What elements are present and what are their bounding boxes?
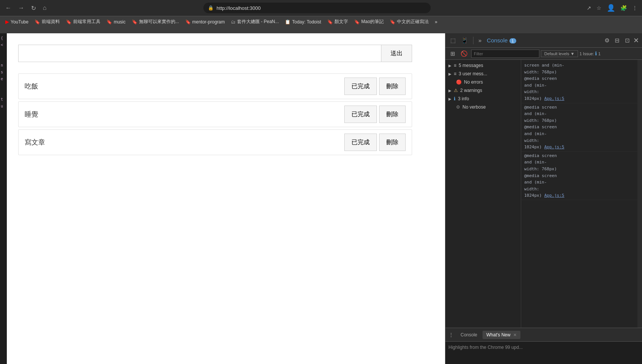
delete-button-3[interactable]: 刪除 — [379, 134, 406, 151]
dock-right-button[interactable]: ⊡ — [623, 36, 632, 45]
bookmark-icon-4: 🔖 — [132, 19, 137, 25]
more-tabs-icon[interactable]: ⋮ — [448, 332, 454, 338]
arrow-icon: ▶ — [448, 97, 451, 101]
no-verbose-label: No verbose — [462, 104, 486, 110]
browser-top-bar: ← → ↻ ⌂ 🔒 http://localhost:3000 ↗ ☆ 👤 🧩 … — [0, 0, 642, 16]
console-bottom-tab[interactable]: Console — [457, 331, 481, 339]
console-badge: 1 — [509, 38, 516, 44]
bookmark-2[interactable]: 🔖 前端常用工具 — [64, 18, 103, 26]
todo-input[interactable] — [18, 45, 381, 62]
youtube-icon: ▶ — [5, 19, 9, 25]
address-bar[interactable]: 🔒 http://localhost:3000 — [203, 3, 431, 13]
delete-button-2[interactable]: 刪除 — [379, 106, 406, 123]
default-levels-button[interactable]: Default levels ▼ — [541, 50, 578, 57]
bookmark-icon-6: 🗂 — [231, 19, 236, 25]
delete-button-1[interactable]: 刪除 — [379, 78, 406, 95]
user-messages-icon: ≡ — [454, 71, 456, 76]
todo-actions: 已完成 刪除 — [344, 134, 406, 151]
whats-new-tab[interactable]: What's New ✕ — [483, 331, 520, 339]
todo-item: 寫文章 已完成 刪除 — [18, 129, 412, 155]
undock-button[interactable]: ⊟ — [613, 36, 622, 45]
tree-info[interactable]: ▶ ℹ 3 info — [445, 95, 521, 103]
vertical-scrollbar[interactable] — [637, 60, 642, 328]
devtools-close-button[interactable]: ✕ — [633, 36, 639, 45]
bookmark-icon-9: 🔖 — [354, 19, 360, 25]
console-tree: ▶ ≡ 5 messages ▶ ≡ 3 user mess... 🔴 No e… — [445, 60, 521, 328]
error-icon: 🔴 — [456, 79, 462, 85]
warning-icon: ⚠ — [454, 88, 458, 93]
app-js-link-2[interactable]: App.js:5 — [544, 145, 564, 149]
tree-warnings[interactable]: ▶ ⚠ 2 warnings — [445, 86, 521, 95]
bookmark-9[interactable]: 🔖 Mao的筆記 — [352, 18, 386, 26]
sidebar-toggle-button[interactable]: ⊞ — [448, 49, 457, 58]
bookmark-icon-1: 🔖 — [34, 19, 40, 25]
browser-actions: ↗ ☆ 👤 🧩 ⋮ — [585, 3, 639, 13]
share-icon[interactable]: ↗ — [585, 4, 593, 12]
bookmark-5[interactable]: 🔖 mentor-program — [183, 19, 227, 25]
console-line: @media screen and (min- width: 768px) @m… — [521, 152, 637, 200]
bookmark-1[interactable]: 🔖 前端資料 — [32, 18, 62, 26]
arrow-icon: ▶ — [448, 64, 451, 68]
bookmark-icon-7: 📋 — [285, 19, 291, 25]
input-row: 送出 — [18, 45, 412, 62]
tree-no-verbose[interactable]: ⚙ No verbose — [445, 103, 521, 111]
web-content: 送出 吃飯 已完成 刪除 睡覺 已完成 刪除 寫文章 已完 — [7, 33, 445, 364]
bookmark-icon-8: 🔖 — [327, 19, 333, 25]
bookmark-8[interactable]: 🔖 顏文字 — [325, 18, 350, 26]
code-sidebar: {<nsetu — [0, 33, 7, 364]
bookmark-icon-3: 🔖 — [106, 19, 112, 25]
tree-no-errors[interactable]: 🔴 No errors — [445, 78, 521, 86]
menu-icon[interactable]: ⋮ — [631, 4, 639, 12]
bookmarks-bar: ▶ YouTube 🔖 前端資料 🔖 前端常用工具 🔖 music 🔖 無聊可以… — [0, 16, 642, 27]
bookmark-6[interactable]: 🗂 套件大總匯 - PeaN... — [229, 18, 281, 26]
arrow-icon: ▶ — [448, 72, 451, 76]
console-body: ▶ ≡ 5 messages ▶ ≡ 3 user mess... 🔴 No e… — [445, 60, 642, 328]
submit-button[interactable]: 送出 — [381, 45, 412, 62]
complete-button-1[interactable]: 已完成 — [344, 78, 377, 95]
clear-console-button[interactable]: 🚫 — [459, 49, 470, 58]
complete-button-3[interactable]: 已完成 — [344, 134, 377, 151]
star-icon[interactable]: ☆ — [595, 4, 603, 12]
inspect-element-button[interactable]: ⬚ — [448, 36, 458, 45]
bookmark-youtube[interactable]: ▶ YouTube — [3, 18, 31, 25]
extensions-icon[interactable]: 🧩 — [619, 4, 628, 12]
url-display: http://localhost:3000 — [217, 5, 426, 11]
device-mode-button[interactable]: 📱 — [459, 36, 470, 45]
issue-badge: 1 Issue: ℹ 1 — [580, 51, 601, 56]
bookmark-7[interactable]: 📋 Today: Todoist — [283, 19, 323, 25]
app-container: 送出 吃飯 已完成 刪除 睡覺 已完成 刪除 寫文章 已完 — [7, 33, 423, 169]
bottom-content-text: Highlights from the Chrome 99 upd... — [448, 345, 523, 350]
todo-text: 吃飯 — [25, 82, 344, 91]
filter-input[interactable] — [471, 50, 539, 58]
settings-button[interactable]: ⚙ — [603, 36, 611, 45]
user-messages-label: 3 user mess... — [459, 71, 487, 76]
devtools-toolbar: ⬚ 📱 » Console 1 ⚙ ⊟ ⊡ ✕ — [445, 33, 642, 48]
complete-button-2[interactable]: 已完成 — [344, 106, 377, 123]
bookmark-10[interactable]: 🔖 中文的正確寫法 — [387, 18, 431, 26]
no-errors-label: No errors — [464, 79, 483, 85]
bookmark-3[interactable]: 🔖 music — [104, 19, 128, 25]
info-icon: ℹ — [454, 96, 456, 101]
tree-user-messages[interactable]: ▶ ≡ 3 user mess... — [445, 70, 521, 78]
devtools-secondary-toolbar: ⊞ 🚫 Default levels ▼ 1 Issue: ℹ 1 — [445, 48, 642, 60]
bookmark-4[interactable]: 🔖 無聊可以來實作的... — [130, 18, 181, 26]
forward-button[interactable]: → — [16, 3, 27, 13]
arrow-icon: ▶ — [448, 89, 451, 93]
back-button[interactable]: ← — [3, 3, 14, 13]
reload-button[interactable]: ↻ — [29, 3, 38, 13]
app-js-link-3[interactable]: App.js:5 — [544, 193, 564, 198]
bookmark-more[interactable]: » — [433, 19, 440, 25]
console-line: screen and (min- width: 768px) @media sc… — [521, 61, 637, 103]
tree-messages[interactable]: ▶ ≡ 5 messages — [445, 61, 521, 70]
close-tab-icon[interactable]: ✕ — [513, 333, 517, 337]
todo-text: 寫文章 — [25, 138, 344, 147]
home-button[interactable]: ⌂ — [41, 3, 49, 13]
todo-text: 睡覺 — [25, 110, 344, 119]
verbose-icon: ⚙ — [456, 104, 460, 110]
bookmark-icon-5: 🔖 — [185, 19, 191, 25]
profile-icon[interactable]: 👤 — [605, 3, 617, 13]
todo-item: 睡覺 已完成 刪除 — [18, 101, 412, 127]
more-tools-button[interactable]: » — [476, 36, 483, 45]
app-js-link-1[interactable]: App.js:5 — [544, 96, 564, 101]
console-tab-button[interactable]: Console 1 — [485, 36, 518, 45]
